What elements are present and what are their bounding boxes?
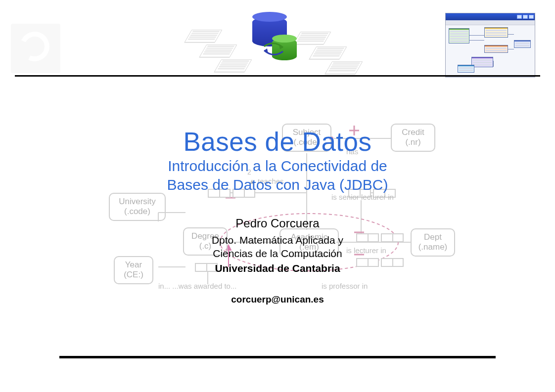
slide-header	[0, 0, 555, 79]
window-close-icon	[529, 15, 534, 19]
slide-title-block: Bases de Datos Introducción a la Conecti…	[0, 127, 555, 305]
author-name: Pedro Corcuera	[0, 217, 555, 230]
author-university: Universidad de Cantabria	[0, 262, 555, 274]
header-center-graphic	[188, 22, 366, 76]
access-relationship-window-thumbnail	[445, 13, 535, 77]
window-min-icon	[517, 15, 522, 19]
slide-subtitle-line: Introducción a la Conectividad de	[168, 158, 387, 174]
slide-subtitle-line: Bases de Datos con Java (JDBC)	[167, 176, 388, 193]
slide-title: Bases de Datos	[0, 127, 555, 157]
sync-arrows-icon	[261, 42, 286, 56]
header-divider	[15, 75, 540, 77]
corner-logo	[11, 24, 60, 73]
footer-divider	[59, 356, 496, 358]
window-max-icon	[523, 15, 528, 19]
author-department-line: Dpto. Matemática Aplicada y	[212, 234, 343, 246]
author-email: corcuerp@unican.es	[0, 294, 555, 305]
author-department-line: Ciencias de la Computación	[213, 248, 342, 259]
